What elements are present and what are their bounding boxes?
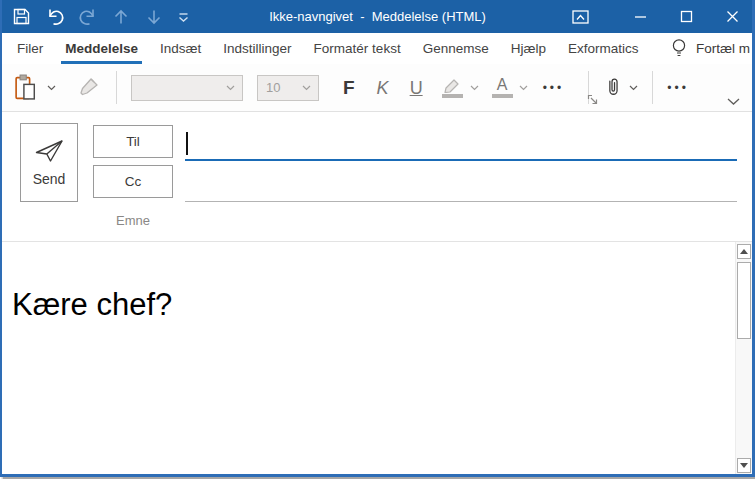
compose-header: Send Til Cc Emne	[2, 112, 752, 242]
paste-clipboard-icon	[15, 74, 38, 101]
ribbon-separator	[652, 71, 653, 104]
ribbon-display-options-icon[interactable]	[559, 0, 601, 33]
paste-split-button[interactable]	[15, 74, 56, 101]
cc-input[interactable]	[185, 167, 737, 202]
collapse-ribbon-icon[interactable]	[727, 98, 740, 106]
scroll-up-button[interactable]	[737, 244, 751, 259]
underline-button[interactable]: U	[410, 79, 423, 97]
send-plane-icon	[34, 138, 65, 164]
undo-icon[interactable]	[38, 0, 71, 33]
chevron-down-icon	[302, 85, 311, 91]
move-down-icon[interactable]	[137, 0, 170, 33]
format-painter-button[interactable]	[77, 77, 102, 99]
cc-button[interactable]: Cc	[93, 165, 173, 198]
format-painter-icon	[77, 77, 102, 99]
to-input[interactable]	[185, 126, 737, 161]
chevron-down-icon	[47, 85, 56, 91]
tab-filer[interactable]: Filer	[6, 33, 54, 64]
more-formatting-button[interactable]: •••	[543, 82, 565, 94]
move-up-icon[interactable]	[104, 0, 137, 33]
ribbon: 10 F K U A •••	[2, 64, 752, 112]
tab-indstillinger[interactable]: Indstillinger	[212, 33, 302, 64]
lightbulb-icon	[671, 38, 687, 59]
attach-file-split-button[interactable]	[604, 75, 638, 100]
font-size-dropdown[interactable]: 10	[257, 75, 319, 101]
subject-input[interactable]	[185, 210, 737, 238]
message-body-text: Kære chef?	[12, 286, 172, 325]
text-highlight-icon	[441, 78, 464, 98]
highlight-colorbar	[442, 94, 463, 98]
tell-me-label: Fortæl m	[696, 41, 750, 56]
vertical-scrollbar[interactable]	[735, 242, 752, 476]
font-colorbar	[492, 94, 513, 98]
tab-indsaet[interactable]: Indsæt	[149, 33, 212, 64]
customize-toolbar-icon[interactable]	[170, 0, 196, 33]
message-body-editor[interactable]: Kære chef?	[2, 242, 752, 476]
chevron-down-icon	[226, 85, 235, 91]
tab-gennemse[interactable]: Gennemse	[412, 33, 500, 64]
tab-meddelelse[interactable]: Meddelelse	[54, 33, 149, 64]
redo-icon[interactable]	[71, 0, 104, 33]
font-size-value: 10	[266, 80, 280, 95]
tab-formater-tekst[interactable]: Formatér tekst	[303, 33, 412, 64]
scroll-down-button[interactable]	[737, 458, 751, 473]
maximize-button[interactable]	[663, 0, 709, 33]
paperclip-icon	[604, 75, 622, 100]
quick-access-toolbar	[0, 0, 196, 33]
to-button[interactable]: Til	[93, 125, 173, 158]
text-caret	[186, 132, 188, 155]
tab-exformatics[interactable]: Exformatics	[557, 33, 650, 64]
ribbon-tabbar: Filer Meddelelse Indsæt Indstillinger Fo…	[2, 33, 752, 64]
more-commands-button[interactable]: •••	[667, 82, 689, 94]
subject-label: Emne	[93, 213, 173, 228]
font-color-split-button[interactable]: A	[492, 77, 528, 98]
save-icon[interactable]	[5, 0, 38, 33]
titlebar: Ikke-navngivet - Meddelelse (HTML)	[0, 0, 755, 33]
tell-me-search[interactable]: Fortæl m	[671, 33, 752, 64]
ribbon-separator	[116, 71, 117, 104]
highlight-split-button[interactable]	[441, 78, 479, 98]
chevron-down-icon	[629, 85, 638, 91]
font-color-letter: A	[497, 77, 508, 93]
dialog-launcher-icon[interactable]	[587, 94, 599, 106]
chevron-down-icon	[519, 85, 528, 91]
window-controls	[559, 0, 755, 33]
outlook-compose-window: Ikke-navngivet - Meddelelse (HTML) Filer…	[0, 0, 755, 477]
send-button[interactable]: Send	[20, 123, 78, 202]
italic-button[interactable]: K	[377, 79, 389, 97]
tab-hjaelp[interactable]: Hjælp	[500, 33, 557, 64]
font-color-icon: A	[492, 77, 513, 98]
bold-button[interactable]: F	[343, 78, 355, 97]
close-button[interactable]	[709, 0, 755, 33]
send-label: Send	[33, 171, 66, 187]
scrollbar-thumb[interactable]	[737, 262, 751, 339]
font-name-dropdown[interactable]	[131, 75, 243, 101]
chevron-down-icon	[470, 85, 479, 91]
minimize-button[interactable]	[617, 0, 663, 33]
